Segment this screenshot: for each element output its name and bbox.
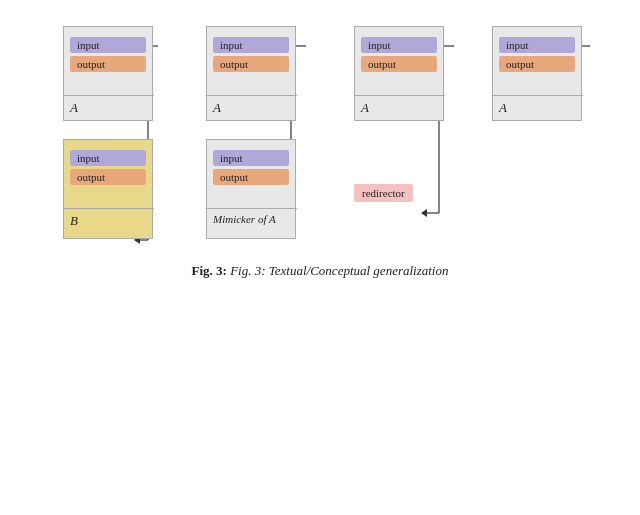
caption-text: Fig. 3: Textual/Conceptual generalizatio… [230,263,448,278]
col1-b-output-badge: output [70,169,146,185]
col2-a-label: A [207,96,227,120]
col1-block-a: input output A [63,26,153,121]
col4-block-a: input output A [492,26,582,121]
column-3: input output A redirector [334,18,464,211]
col4-a-input-badge: input [499,37,575,53]
col1-a-output-badge: output [70,56,146,72]
column-2: input output A input output Mimicker of … [186,18,316,239]
figure-caption: Fig. 3: Fig. 3: Textual/Conceptual gener… [192,263,449,279]
col1-a-label: A [64,96,84,120]
col4-a-output-badge: output [499,56,575,72]
caption-fig-label: Fig. 3: [192,263,227,278]
col3-block-a: input output A [354,26,444,121]
col4-a-label: A [493,96,513,120]
col2-a-output-badge: output [213,56,289,72]
col2-m-label: Mimicker of A [207,209,282,229]
col1-block-b: input output B [63,139,153,239]
col2-m-output-badge: output [213,169,289,185]
col1-b-label: B [64,209,84,233]
diagram-area: input output A input output B [0,0,640,249]
col3-a-input-badge: input [361,37,437,53]
col2-block-mimicker: input output Mimicker of A [206,139,296,239]
col3-block-redirector: redirector [354,175,444,211]
col3-redirector-badge: redirector [354,184,413,202]
col3-a-output-badge: output [361,56,437,72]
column-1: input output A input output B [48,18,168,239]
col3-a-label: A [355,96,375,120]
col2-block-a: input output A [206,26,296,121]
col1-a-input-badge: input [70,37,146,53]
col2-m-input-badge: input [213,150,289,166]
col1-b-input-badge: input [70,150,146,166]
column-4: input output A [482,18,592,121]
col2-a-input-badge: input [213,37,289,53]
